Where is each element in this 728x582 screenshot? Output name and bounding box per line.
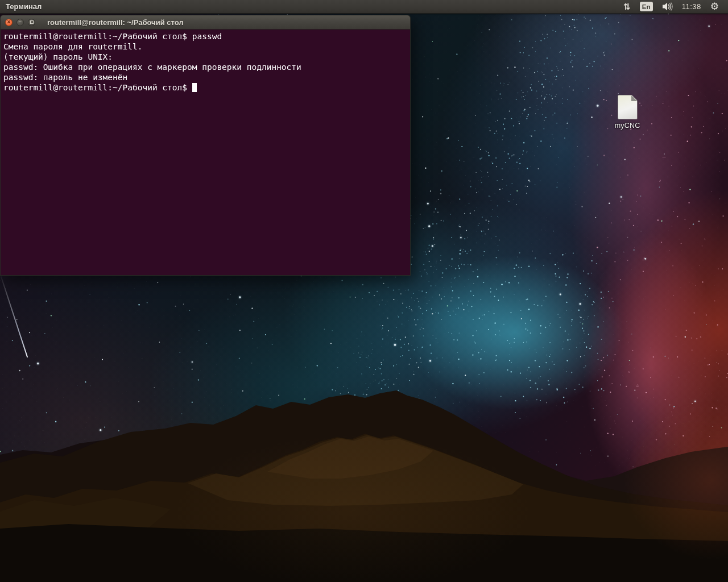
- terminal-cursor: [192, 83, 197, 92]
- panel-indicators: ⇅ En 11:38 ⚙: [619, 0, 723, 14]
- terminal-output[interactable]: routermill@routermill:~/Рабочий стол$ pa…: [0, 30, 411, 276]
- arrows-updown-icon: ⇅: [623, 2, 631, 12]
- volume-icon: [662, 2, 673, 11]
- terminal-line: routermill@routermill:~/Рабочий стол$ pa…: [3, 31, 410, 41]
- terminal-line: (текущий) пароль UNIX:: [3, 52, 410, 62]
- terminal-line: Смена пароля для routermill.: [3, 41, 410, 52]
- minimize-button[interactable]: −: [16, 19, 24, 26]
- session-indicator[interactable]: ⚙: [706, 0, 723, 14]
- top-panel: Терминал ⇅ En 11:38 ⚙: [0, 0, 728, 14]
- terminal-titlebar[interactable]: × − routermill@routermill: ~/Рабочий сто…: [0, 15, 411, 30]
- maximize-icon: [30, 20, 34, 24]
- volume-indicator[interactable]: [657, 0, 677, 14]
- maximize-button[interactable]: [28, 19, 35, 26]
- keyboard-layout-indicator[interactable]: En: [635, 0, 657, 14]
- folded-corner: [631, 95, 637, 101]
- minimize-icon: −: [19, 19, 22, 25]
- desktop-icon-mycnc[interactable]: myCNC: [606, 95, 648, 130]
- document-icon: [618, 95, 638, 119]
- keyboard-indicator[interactable]: ⇅: [619, 0, 635, 14]
- desktop[interactable]: myCNC × − routermill@routermill: ~/Рабоч…: [0, 0, 728, 582]
- close-icon: ×: [7, 19, 11, 25]
- layout-badge: En: [640, 2, 653, 11]
- clock-label: 11:38: [682, 2, 701, 11]
- terminal-window: × − routermill@routermill: ~/Рабочий сто…: [0, 15, 411, 276]
- close-button[interactable]: ×: [5, 19, 13, 26]
- desktop-icon-label: myCNC: [615, 122, 640, 130]
- terminal-prompt-line: routermill@routermill:~/Рабочий стол$: [3, 82, 410, 93]
- window-title: routermill@routermill: ~/Рабочий стол: [47, 18, 184, 27]
- terminal-line: passwd: пароль не изменён: [3, 72, 410, 82]
- terminal-line: passwd: Ошибка при операциях с маркером …: [3, 62, 410, 72]
- gear-icon: ⚙: [710, 2, 719, 11]
- clock-indicator[interactable]: 11:38: [677, 0, 706, 14]
- panel-app-menu[interactable]: Терминал: [6, 2, 42, 11]
- terminal-prompt: routermill@routermill:~/Рабочий стол$: [3, 83, 187, 92]
